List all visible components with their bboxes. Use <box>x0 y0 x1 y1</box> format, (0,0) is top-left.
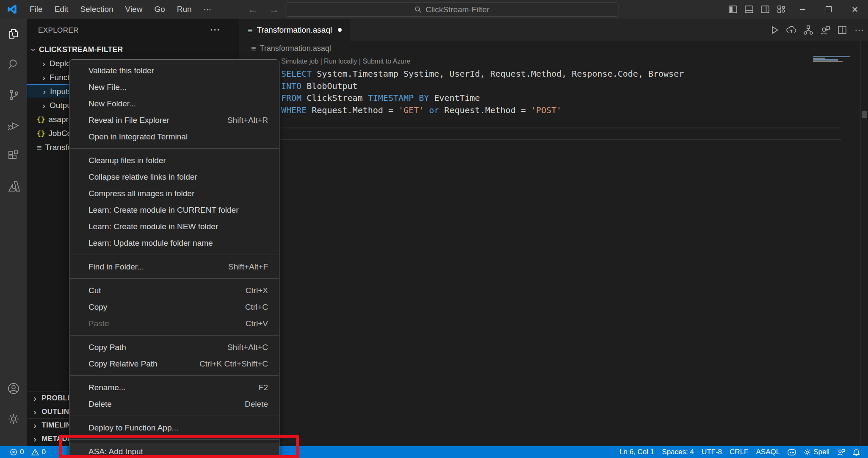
menu-item-open-in-integrated-terminal[interactable]: Open in Integrated Terminal <box>69 128 279 145</box>
toggle-panel-icon[interactable] <box>741 0 757 19</box>
menubar-item-go[interactable]: Go <box>148 0 171 19</box>
menu-item-delete[interactable]: DeleteDelete <box>69 396 279 412</box>
menu-item-learn-update-module-folder-name[interactable]: Learn: Update module folder name <box>69 235 279 251</box>
search-icon <box>415 6 422 13</box>
status-0[interactable]: 0 <box>6 446 28 458</box>
chevron-right-icon: › <box>33 421 36 430</box>
status-spell[interactable]: Spell <box>800 446 833 458</box>
menu-item-new-folder[interactable]: New Folder... <box>69 95 279 112</box>
toggle-sidebar-icon[interactable] <box>725 0 741 19</box>
error-icon <box>10 448 17 456</box>
warning-icon <box>31 448 39 456</box>
status-ln-6-col-1[interactable]: Ln 6, Col 1 <box>616 446 658 458</box>
maximize-button[interactable] <box>815 0 842 19</box>
tree-root-folder[interactable]: › CLICKSTREAM-FILTER <box>27 43 239 56</box>
more-actions-icon[interactable]: ⋯ <box>854 25 865 36</box>
menu-item-copy-path[interactable]: Copy PathShift+Alt+C <box>69 339 279 355</box>
menubar-item-file[interactable]: File <box>24 0 49 19</box>
run-debug-icon[interactable] <box>0 110 27 141</box>
search-sidebar-icon[interactable] <box>0 49 27 80</box>
nav-arrows: ← → <box>248 0 279 19</box>
menu-item-reveal-in-file-explorer[interactable]: Reveal in File ExplorerShift+Alt+R <box>69 112 279 128</box>
code-content[interactable]: SELECT System.Timestamp Systime, UserId,… <box>281 68 684 116</box>
menubar-item-view[interactable]: View <box>119 0 149 19</box>
menu-item-cut[interactable]: CutCtrl+X <box>69 282 279 299</box>
run-button-icon[interactable] <box>769 25 780 36</box>
status-crlf[interactable]: CRLF <box>726 446 752 458</box>
code-token: Request.Method = <box>307 105 398 115</box>
menu-item-label: Validate this folder <box>88 66 154 75</box>
status-spaces-4[interactable]: Spaces: 4 <box>658 446 698 458</box>
menu-item-learn-create-module-in-new-folder[interactable]: Learn: Create module in NEW folder <box>69 218 279 235</box>
minimize-button[interactable] <box>789 0 815 19</box>
menu-item-label: Copy Relative Path <box>88 359 158 369</box>
menu-item-label: Reveal in File Explorer <box>88 116 169 125</box>
menu-item-copy[interactable]: CopyCtrl+C <box>69 299 279 315</box>
status-copilot-icon[interactable] <box>784 446 800 458</box>
menu-item-rename[interactable]: Rename...F2 <box>69 379 279 396</box>
menu-item-label: Rename... <box>88 383 126 392</box>
menu-item-shortcut: Ctrl+K Ctrl+Shift+C <box>199 359 268 369</box>
menubar-item-run[interactable]: Run <box>171 0 198 19</box>
toggle-secondary-sidebar-icon[interactable] <box>757 0 773 19</box>
split-editor-icon[interactable] <box>837 25 848 36</box>
menu-item-compress-all-images-in-folder[interactable]: Compress all images in folder <box>69 185 279 202</box>
menu-item-label: Compress all images in folder <box>88 189 194 198</box>
menubar-item-selection[interactable]: Selection <box>74 0 119 19</box>
menu-item-cleanup-files-in-folder[interactable]: Cleanup files in folder <box>69 152 279 169</box>
menu-item-label: Open in Integrated Terminal <box>88 132 188 142</box>
menubar-item-edit[interactable]: Edit <box>49 0 75 19</box>
extensions-icon[interactable] <box>0 141 27 171</box>
status-asaql[interactable]: ASAQL <box>752 446 784 458</box>
code-line-2: INTO BlobOutput <box>281 80 684 92</box>
tab-strip: ≡ Transformation.asaql ⋯ <box>239 19 868 41</box>
close-button[interactable]: × <box>842 0 868 19</box>
asaql-file-icon: ≡ <box>37 143 41 152</box>
codelens-actions[interactable]: Simulate job | Run locally | Submit to A… <box>281 58 410 65</box>
job-diagram-icon[interactable] <box>803 25 814 36</box>
explorer-icon[interactable] <box>0 19 27 49</box>
menu-item-copy-relative-path[interactable]: Copy Relative PathCtrl+K Ctrl+Shift+C <box>69 355 279 372</box>
menu-item-label: Paste <box>88 319 109 328</box>
azure-icon[interactable] <box>0 171 27 202</box>
code-token: WHERE <box>281 105 307 115</box>
menu-separator <box>70 148 279 149</box>
code-token: SELECT <box>281 69 312 79</box>
chevron-right-icon: › <box>33 434 36 443</box>
scrollbar-marker[interactable] <box>862 111 867 118</box>
minimap[interactable] <box>813 56 855 64</box>
status-0[interactable]: 0 <box>28 446 49 458</box>
menu-item-learn-create-module-in-current-folder[interactable]: Learn: Create module in CURRENT folder <box>69 202 279 218</box>
sidebar-more-actions-icon[interactable]: ⋯ <box>210 24 220 36</box>
tab-transformation[interactable]: ≡ Transformation.asaql <box>239 19 350 41</box>
unsaved-dot-icon[interactable] <box>338 28 342 32</box>
chevron-right-icon: › <box>42 73 45 82</box>
menu-item-shortcut: Shift+Alt+R <box>227 116 268 125</box>
menu-item-label: Cleanup files in folder <box>88 156 166 165</box>
menubar-item-more[interactable]: ⋯ <box>198 0 218 19</box>
command-center-search[interactable]: ClickStream-Filter <box>285 3 619 17</box>
feedback-icon[interactable] <box>820 25 831 36</box>
back-arrow-icon[interactable]: ← <box>248 3 258 15</box>
accounts-icon[interactable] <box>0 373 27 404</box>
status-bell-icon[interactable] <box>849 446 864 458</box>
menu-separator <box>70 416 279 416</box>
status-text: 0 <box>20 448 24 456</box>
menu-item-new-file[interactable]: New File... <box>69 79 279 95</box>
status-utf-8[interactable]: UTF-8 <box>698 446 726 458</box>
breadcrumb[interactable]: ≡ Transformation.asaql <box>251 41 331 56</box>
menu-item-find-in-folder[interactable]: Find in Folder...Shift+Alt+F <box>69 258 279 275</box>
settings-gear-icon[interactable] <box>0 404 27 434</box>
status-text: Spaces: 4 <box>662 448 694 456</box>
menu-item-deploy-to-function-app[interactable]: Deploy to Function App... <box>69 419 279 436</box>
code-line-4: WHERE Request.Method = 'GET' or Request.… <box>281 104 684 117</box>
menu-item-validate-this-folder[interactable]: Validate this folder <box>69 62 279 79</box>
forward-arrow-icon[interactable]: → <box>269 3 279 15</box>
chevron-down-icon: › <box>30 48 39 51</box>
cloud-upload-icon[interactable] <box>786 25 797 36</box>
menu-item-collapse-relative-links-in-folder[interactable]: Collapse relative links in folder <box>69 169 279 185</box>
status-person-feedback-icon[interactable] <box>833 446 849 458</box>
menu-item-label: Deploy to Function App... <box>88 423 178 433</box>
customize-layout-icon[interactable] <box>773 0 789 19</box>
source-control-icon[interactable] <box>0 80 27 110</box>
